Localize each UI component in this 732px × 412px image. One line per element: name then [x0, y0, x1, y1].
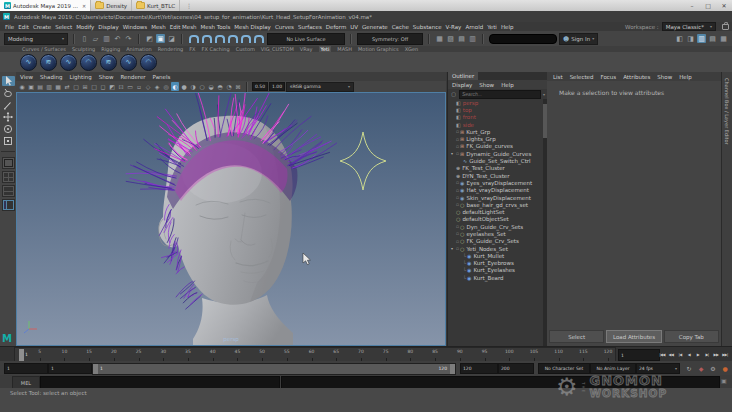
menu-file[interactable]: File — [5, 24, 14, 30]
play-forwards-button[interactable]: ▶ — [694, 349, 702, 359]
frame-selection-icon[interactable]: ◈ — [153, 82, 161, 91]
playback-start-field[interactable]: 1 — [48, 363, 92, 374]
snap-icon-2[interactable] — [202, 35, 212, 43]
outliner-item[interactable]: ▫⊞FK_Guide_curves — [448, 143, 542, 150]
attribute-editor-toggle-icon[interactable]: ▤ — [708, 34, 717, 43]
menu-edit-mesh[interactable]: Edit Mesh — [170, 24, 197, 30]
menu-v-ray[interactable]: V-Ray — [446, 24, 462, 30]
panel-menu-view[interactable]: View — [20, 74, 33, 80]
character-set-selector[interactable]: No Character Set — [538, 363, 590, 374]
select-object-icon[interactable]: ▣ — [156, 34, 165, 43]
field-chart-icon[interactable]: ⊡ — [117, 82, 125, 91]
symmetry-field[interactable]: Symmetry: Off — [357, 33, 423, 45]
filter-icon[interactable]: ▢ — [450, 91, 457, 97]
outliner-item[interactable]: ⊕DYN_Test_Cluster — [448, 172, 542, 179]
auto-key-icon[interactable]: ● — [720, 363, 730, 373]
playback-loop-icon[interactable]: ↻ — [684, 363, 694, 373]
scale-tool[interactable] — [2, 136, 15, 146]
yeti-brush-icon[interactable]: ◠ — [140, 54, 157, 71]
preferences-gear-icon[interactable]: ⚙ — [708, 363, 718, 373]
step-back-key-button[interactable]: |◀ — [676, 349, 684, 359]
menu-set-selector[interactable]: Modeling▾ — [4, 33, 68, 45]
search-input[interactable] — [489, 34, 557, 44]
gate-mask-icon[interactable]: ◩ — [108, 82, 116, 91]
outliner-item[interactable]: ▫◉Hat_vrayDisplacement — [448, 187, 542, 194]
node-state-box[interactable]: ▫ — [456, 151, 459, 156]
outliner-item[interactable]: ◧side — [448, 121, 542, 128]
outliner-item[interactable]: ▾▫○Yeti_Nodes_Set — [448, 245, 542, 252]
outliner-menu-help[interactable]: Help — [501, 82, 514, 88]
play-backwards-button[interactable]: ◀ — [685, 349, 693, 359]
menu-select[interactable]: Select — [55, 24, 72, 30]
snap-icon-6[interactable] — [254, 35, 264, 43]
node-state-box[interactable]: ▫ — [456, 231, 459, 236]
window-close-button[interactable]: ✕ — [716, 2, 732, 9]
grease-pencil-icon[interactable]: ▢ — [72, 82, 80, 91]
outliner-item[interactable]: ○defaultObjectSet — [448, 216, 542, 223]
yeti-clump-icon[interactable]: ∿ — [120, 54, 137, 71]
outliner-item[interactable]: ▫⊞Kurt_Grp — [448, 128, 542, 135]
outliner-item[interactable]: ▫⊞Lights_Grp — [448, 135, 542, 142]
go-to-end-button[interactable]: ▶▶| — [721, 349, 729, 359]
outliner-menu-show[interactable]: Show — [479, 82, 494, 88]
outliner-item[interactable]: ▫◉Eyes_vrayDisplacement — [448, 179, 542, 186]
menu-edit[interactable]: Edit — [18, 24, 29, 30]
menu-deform[interactable]: Deform — [326, 24, 346, 30]
window-tab-kurt-btlc[interactable]: Kurt_BTLC — [132, 0, 180, 11]
outliner-item[interactable]: └◉Kurt_Mullet — [448, 252, 542, 259]
bookmark-icon[interactable]: ▥ — [45, 82, 53, 91]
menu-windows[interactable]: Windows — [123, 24, 148, 30]
isolate-select-icon[interactable]: ◎ — [162, 82, 170, 91]
outliner-item[interactable]: └◉Kurt_Beard — [448, 274, 542, 281]
yeti-sculpt-icon[interactable]: ≋ — [100, 54, 117, 71]
outliner-item[interactable]: ⊕FK_Test_Cluster — [448, 165, 542, 172]
safe-title-icon[interactable]: ▫ — [135, 82, 143, 91]
playback-range-bar[interactable]: 1 120 — [92, 363, 456, 375]
tab-close-icon[interactable]: ✕ — [82, 3, 86, 9]
panel-menu-renderer[interactable]: Renderer — [120, 74, 145, 80]
outliner-item[interactable]: ○defaultLightSet — [448, 208, 542, 215]
paint-select-tool[interactable] — [2, 100, 15, 110]
attr-menu-focus[interactable]: Focus — [600, 74, 616, 80]
menu-arnold[interactable]: Arnold — [465, 24, 483, 30]
node-state-box[interactable]: ▫ — [456, 137, 459, 142]
window-minimize-button[interactable]: – — [684, 2, 700, 9]
outliner-item[interactable]: └◉Kurt_Eyebrows — [448, 260, 542, 267]
channel-box-vertical-tab[interactable]: Channel Box / Layer Editor — [724, 78, 730, 145]
panel-menu-show[interactable]: Show — [99, 74, 114, 80]
menu-cache[interactable]: Cache — [392, 24, 409, 30]
outliner-menu-display[interactable]: Display — [452, 82, 472, 88]
outliner-item[interactable]: ∿Guide_Set_Switch_Ctrl — [448, 157, 542, 164]
menu-mesh-display[interactable]: Mesh Display — [234, 24, 271, 30]
snap-icon-5[interactable] — [241, 35, 251, 43]
lighting-icon[interactable]: ○ — [198, 82, 206, 91]
node-state-box[interactable]: ▫ — [456, 239, 459, 244]
script-editor-icon[interactable]: ▣ — [721, 377, 727, 384]
select-tool[interactable] — [2, 76, 15, 86]
menu-curves[interactable]: Curves — [275, 24, 294, 30]
playback-end-field[interactable]: 120 — [460, 363, 498, 374]
select-component-icon[interactable]: ◪ — [167, 34, 176, 43]
exposure-field[interactable]: 0.50 — [252, 82, 268, 91]
gamma-field[interactable]: 1.00 — [269, 82, 285, 91]
anim-layer-selector[interactable]: No Anim Layer — [590, 363, 636, 374]
animation-end-field[interactable]: 200 — [498, 363, 534, 374]
launch-render-view-icon[interactable]: ▥ — [468, 34, 477, 43]
star-control-curve[interactable] — [340, 132, 386, 190]
outliner-item[interactable]: └◉Kurt_Eyelashes — [448, 267, 542, 274]
viewport-3d-view[interactable]: persp — [16, 92, 446, 346]
safe-action-icon[interactable]: ▭ — [126, 82, 134, 91]
lasso-select-tool[interactable] — [2, 88, 15, 98]
chevron-down-icon[interactable]: ▾ — [543, 92, 545, 97]
film-gate-icon[interactable]: □ — [90, 82, 98, 91]
range-handle-right[interactable] — [450, 364, 455, 374]
node-state-box[interactable]: ▫ — [456, 202, 459, 207]
window-tab-autodesk-maya-2019-[interactable]: MAutodesk Maya 2019 ...✕ — [0, 0, 91, 11]
select-button[interactable]: Select — [549, 330, 604, 343]
menu-mesh[interactable]: Mesh — [151, 24, 165, 30]
persp-outliner-layout[interactable] — [2, 199, 15, 211]
attr-menu-help[interactable]: Help — [679, 74, 692, 80]
node-state-box[interactable]: ▫ — [456, 180, 459, 185]
channel-box-toggle-icon[interactable]: ▦ — [719, 34, 728, 43]
panel-menu-shading[interactable]: Shading — [40, 74, 62, 80]
